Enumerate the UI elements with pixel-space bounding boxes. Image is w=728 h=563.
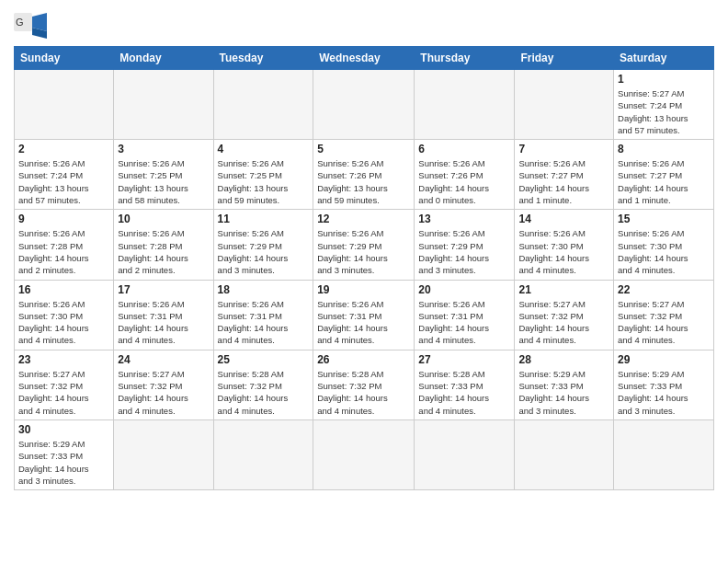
day-number: 19 — [317, 283, 410, 296]
day-number: 22 — [618, 283, 710, 296]
day-info: Sunrise: 5:26 AM Sunset: 7:25 PM Dayligh… — [218, 157, 310, 206]
day-cell — [15, 70, 114, 140]
day-number: 4 — [218, 143, 310, 155]
day-info: Sunrise: 5:26 AM Sunset: 7:27 PM Dayligh… — [618, 157, 710, 206]
day-cell: 15Sunrise: 5:26 AM Sunset: 7:30 PM Dayli… — [614, 210, 714, 280]
day-number: 21 — [518, 283, 609, 296]
day-info: Sunrise: 5:26 AM Sunset: 7:28 PM Dayligh… — [18, 227, 109, 276]
day-cell: 7Sunrise: 5:26 AM Sunset: 7:27 PM Daylig… — [515, 140, 614, 210]
day-cell: 16Sunrise: 5:26 AM Sunset: 7:30 PM Dayli… — [15, 280, 114, 350]
logo-icon: G — [14, 13, 47, 39]
day-cell — [415, 419, 515, 489]
day-number: 15 — [618, 213, 710, 225]
day-cell — [114, 419, 213, 489]
day-cell: 11Sunrise: 5:26 AM Sunset: 7:29 PM Dayli… — [213, 210, 313, 280]
day-cell: 23Sunrise: 5:27 AM Sunset: 7:32 PM Dayli… — [15, 350, 114, 419]
day-cell: 8Sunrise: 5:26 AM Sunset: 7:27 PM Daylig… — [614, 140, 714, 210]
day-cell: 4Sunrise: 5:26 AM Sunset: 7:25 PM Daylig… — [213, 140, 313, 210]
day-info: Sunrise: 5:26 AM Sunset: 7:26 PM Dayligh… — [418, 157, 510, 206]
day-cell: 25Sunrise: 5:28 AM Sunset: 7:32 PM Dayli… — [213, 350, 313, 419]
day-number: 6 — [418, 143, 510, 155]
day-info: Sunrise: 5:26 AM Sunset: 7:26 PM Dayligh… — [317, 157, 410, 206]
day-cell — [313, 419, 415, 489]
day-info: Sunrise: 5:26 AM Sunset: 7:30 PM Dayligh… — [618, 227, 710, 276]
svg-text:G: G — [16, 17, 24, 28]
day-info: Sunrise: 5:27 AM Sunset: 7:32 PM Dayligh… — [118, 368, 209, 417]
day-cell: 27Sunrise: 5:28 AM Sunset: 7:33 PM Dayli… — [415, 350, 515, 419]
day-number: 2 — [18, 143, 109, 155]
day-cell: 9Sunrise: 5:26 AM Sunset: 7:28 PM Daylig… — [15, 210, 114, 280]
day-number: 28 — [518, 353, 609, 366]
day-cell — [515, 419, 614, 489]
day-info: Sunrise: 5:26 AM Sunset: 7:29 PM Dayligh… — [218, 227, 310, 276]
logo: G — [14, 13, 51, 39]
day-info: Sunrise: 5:26 AM Sunset: 7:31 PM Dayligh… — [317, 298, 410, 347]
day-info: Sunrise: 5:26 AM Sunset: 7:29 PM Dayligh… — [418, 227, 510, 276]
day-info: Sunrise: 5:26 AM Sunset: 7:24 PM Dayligh… — [18, 157, 109, 206]
day-info: Sunrise: 5:26 AM Sunset: 7:30 PM Dayligh… — [518, 227, 609, 276]
day-number: 26 — [317, 353, 410, 366]
day-info: Sunrise: 5:26 AM Sunset: 7:31 PM Dayligh… — [418, 298, 510, 347]
day-cell: 19Sunrise: 5:26 AM Sunset: 7:31 PM Dayli… — [313, 280, 415, 350]
day-info: Sunrise: 5:26 AM Sunset: 7:30 PM Dayligh… — [18, 298, 109, 347]
day-info: Sunrise: 5:28 AM Sunset: 7:32 PM Dayligh… — [218, 368, 310, 417]
weekday-friday: Friday — [515, 47, 614, 70]
day-cell: 17Sunrise: 5:26 AM Sunset: 7:31 PM Dayli… — [114, 280, 213, 350]
day-cell: 18Sunrise: 5:26 AM Sunset: 7:31 PM Dayli… — [213, 280, 313, 350]
day-cell: 3Sunrise: 5:26 AM Sunset: 7:25 PM Daylig… — [114, 140, 213, 210]
weekday-saturday: Saturday — [614, 47, 714, 70]
day-cell: 28Sunrise: 5:29 AM Sunset: 7:33 PM Dayli… — [515, 350, 614, 419]
weekday-header-row: SundayMondayTuesdayWednesdayThursdayFrid… — [15, 47, 714, 70]
day-cell: 26Sunrise: 5:28 AM Sunset: 7:32 PM Dayli… — [313, 350, 415, 419]
day-cell — [114, 70, 213, 140]
day-info: Sunrise: 5:28 AM Sunset: 7:32 PM Dayligh… — [317, 368, 410, 417]
day-number: 29 — [618, 353, 710, 366]
day-number: 10 — [118, 213, 209, 225]
day-number: 24 — [118, 353, 209, 366]
day-cell: 14Sunrise: 5:26 AM Sunset: 7:30 PM Dayli… — [515, 210, 614, 280]
day-cell: 2Sunrise: 5:26 AM Sunset: 7:24 PM Daylig… — [15, 140, 114, 210]
day-cell — [213, 70, 313, 140]
day-cell: 29Sunrise: 5:29 AM Sunset: 7:33 PM Dayli… — [614, 350, 714, 419]
day-cell: 22Sunrise: 5:27 AM Sunset: 7:32 PM Dayli… — [614, 280, 714, 350]
week-row-6: 30Sunrise: 5:29 AM Sunset: 7:33 PM Dayli… — [15, 419, 714, 489]
day-number: 11 — [218, 213, 310, 225]
day-cell — [213, 419, 313, 489]
day-info: Sunrise: 5:26 AM Sunset: 7:31 PM Dayligh… — [218, 298, 310, 347]
day-number: 12 — [317, 213, 410, 225]
day-number: 18 — [218, 283, 310, 296]
day-cell: 1Sunrise: 5:27 AM Sunset: 7:24 PM Daylig… — [614, 70, 714, 140]
calendar-table: SundayMondayTuesdayWednesdayThursdayFrid… — [14, 46, 714, 490]
day-cell: 5Sunrise: 5:26 AM Sunset: 7:26 PM Daylig… — [313, 140, 415, 210]
day-cell — [415, 70, 515, 140]
day-info: Sunrise: 5:29 AM Sunset: 7:33 PM Dayligh… — [618, 368, 710, 417]
day-info: Sunrise: 5:27 AM Sunset: 7:32 PM Dayligh… — [18, 368, 109, 417]
day-info: Sunrise: 5:26 AM Sunset: 7:25 PM Dayligh… — [118, 157, 209, 206]
day-number: 13 — [418, 213, 510, 225]
day-number: 9 — [18, 213, 109, 225]
day-cell: 13Sunrise: 5:26 AM Sunset: 7:29 PM Dayli… — [415, 210, 515, 280]
day-number: 16 — [18, 283, 109, 296]
day-number: 23 — [18, 353, 109, 366]
day-cell: 24Sunrise: 5:27 AM Sunset: 7:32 PM Dayli… — [114, 350, 213, 419]
day-info: Sunrise: 5:26 AM Sunset: 7:27 PM Dayligh… — [518, 157, 609, 206]
weekday-sunday: Sunday — [15, 47, 114, 70]
day-number: 3 — [118, 143, 209, 155]
day-info: Sunrise: 5:29 AM Sunset: 7:33 PM Dayligh… — [18, 438, 109, 487]
day-info: Sunrise: 5:26 AM Sunset: 7:28 PM Dayligh… — [118, 227, 209, 276]
day-number: 8 — [618, 143, 710, 155]
day-info: Sunrise: 5:28 AM Sunset: 7:33 PM Dayligh… — [418, 368, 510, 417]
day-cell: 21Sunrise: 5:27 AM Sunset: 7:32 PM Dayli… — [515, 280, 614, 350]
day-number: 14 — [518, 213, 609, 225]
day-cell: 20Sunrise: 5:26 AM Sunset: 7:31 PM Dayli… — [415, 280, 515, 350]
day-number: 20 — [418, 283, 510, 296]
day-cell: 12Sunrise: 5:26 AM Sunset: 7:29 PM Dayli… — [313, 210, 415, 280]
weekday-thursday: Thursday — [415, 47, 515, 70]
day-info: Sunrise: 5:27 AM Sunset: 7:24 PM Dayligh… — [618, 87, 710, 136]
day-number: 25 — [218, 353, 310, 366]
day-number: 5 — [317, 143, 410, 155]
week-row-3: 9Sunrise: 5:26 AM Sunset: 7:28 PM Daylig… — [15, 210, 714, 280]
day-info: Sunrise: 5:27 AM Sunset: 7:32 PM Dayligh… — [618, 298, 710, 347]
week-row-4: 16Sunrise: 5:26 AM Sunset: 7:30 PM Dayli… — [15, 280, 714, 350]
day-cell — [515, 70, 614, 140]
